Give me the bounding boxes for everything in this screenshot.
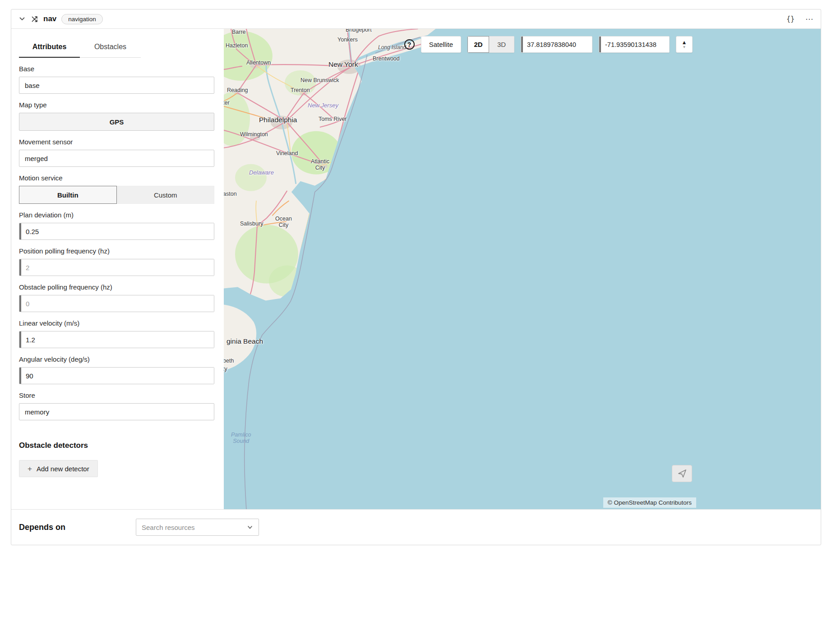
store-input[interactable] [19, 403, 214, 420]
motion-service-custom-option[interactable]: Custom [117, 186, 215, 204]
navigation-service-icon [31, 15, 38, 23]
resource-card: nav navigation {} ⋯ AttributesObstacles … [11, 9, 821, 545]
movement-sensor-label: Movement sensor [19, 138, 214, 146]
angular-velocity-field[interactable] [21, 368, 214, 384]
resource-name: nav [43, 14, 56, 23]
collapse-chevron-icon[interactable] [18, 15, 26, 23]
map-type-label: Map type [19, 101, 214, 109]
depends-on-select[interactable]: Search resources [136, 519, 259, 536]
satellite-toggle-button[interactable]: Satellite [421, 36, 461, 53]
plus-icon: + [28, 465, 32, 473]
obstacle-polling-field[interactable] [21, 295, 214, 312]
linear-velocity-field[interactable] [21, 331, 214, 348]
linear-velocity-input[interactable] [19, 331, 214, 348]
position-polling-label: Position polling frequency (hz) [19, 247, 214, 255]
locate-button[interactable] [672, 465, 692, 482]
position-polling-input[interactable] [19, 259, 214, 276]
coordinate-stepper[interactable]: ▲ ▼ [676, 36, 693, 53]
mode-2d-button[interactable]: 2D [467, 36, 489, 53]
depends-on-heading: Depends on [19, 523, 136, 532]
plan-deviation-field[interactable] [21, 223, 214, 239]
base-label: Base [19, 65, 214, 73]
ellipsis-menu-icon[interactable]: ⋯ [805, 14, 814, 24]
obstacle-detectors-heading: Obstacle detectors [19, 441, 216, 450]
linear-velocity-label: Linear velocity (m/s) [19, 319, 214, 327]
angular-velocity-label: Angular velocity (deg/s) [19, 355, 214, 363]
map-type-gps-button[interactable]: GPS [19, 113, 214, 131]
obstacle-polling-input[interactable] [19, 295, 214, 312]
latitude-field[interactable] [523, 37, 592, 52]
mode-3d-button[interactable]: 3D [489, 36, 514, 53]
map[interactable]: BarreHazletonYonkersBridgeportNew YorkLo… [224, 29, 821, 509]
help-button[interactable]: ? [404, 39, 415, 50]
motion-service-segment: Builtin Custom [19, 186, 214, 204]
plan-deviation-label: Plan deviation (m) [19, 211, 214, 219]
navigation-arrow-icon [677, 468, 688, 479]
base-input[interactable] [19, 77, 214, 94]
card-header: nav navigation {} ⋯ [11, 9, 821, 28]
map-controls: ? Satellite 2D 3D ▲ ▼ [404, 36, 693, 53]
json-mode-icon[interactable]: {} [786, 15, 795, 23]
movement-sensor-input[interactable] [19, 150, 214, 167]
tab-attributes[interactable]: Attributes [19, 39, 80, 58]
card-footer: Depends on Search resources [11, 509, 821, 545]
stepper-up-icon: ▲ [682, 40, 687, 45]
motion-service-builtin-option[interactable]: Builtin [19, 186, 117, 204]
angular-velocity-input[interactable] [19, 367, 214, 384]
card-body: AttributesObstacles Base Map type GPS Mo… [11, 28, 821, 509]
motion-service-label: Motion service [19, 174, 214, 182]
plan-deviation-input[interactable] [19, 223, 214, 240]
map-attribution: © OpenStreetMap Contributors [603, 497, 696, 508]
attributes-panel: AttributesObstacles Base Map type GPS Mo… [11, 29, 224, 509]
map-mode-toggle: 2D 3D [467, 36, 514, 53]
latitude-input[interactable] [521, 36, 592, 53]
longitude-input[interactable] [599, 36, 670, 53]
tab-obstacles[interactable]: Obstacles [80, 39, 141, 57]
tab-bar: AttributesObstacles [19, 39, 141, 58]
resource-type-badge: navigation [61, 14, 103, 24]
map-canvas[interactable] [224, 29, 821, 509]
store-label: Store [19, 391, 214, 399]
longitude-field[interactable] [601, 37, 669, 52]
add-detector-label: Add new detector [37, 465, 89, 473]
obstacle-polling-label: Obstacle polling frequency (hz) [19, 283, 214, 291]
chevron-down-icon [247, 524, 253, 530]
stepper-down-icon: ▼ [683, 45, 686, 49]
position-polling-field[interactable] [21, 259, 214, 276]
depends-on-placeholder: Search resources [142, 524, 195, 531]
add-detector-button[interactable]: + Add new detector [19, 460, 98, 477]
